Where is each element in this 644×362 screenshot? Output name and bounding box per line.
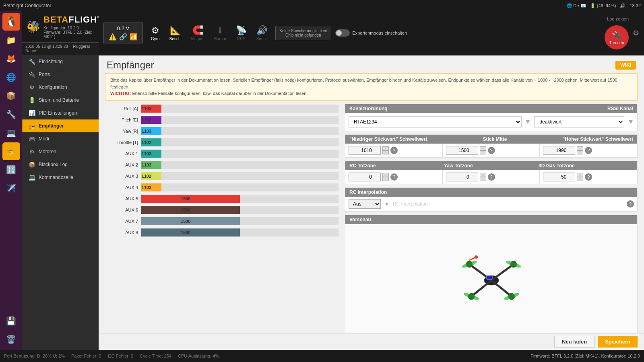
channel-value: 1102: [142, 174, 151, 179]
sensor-bar: 0.2 V ⚠️ 🔗 📶 ⚙Gyro📐Beschl🧲Magnet🌡Barom📡G…: [99, 11, 644, 56]
low-spin-down[interactable]: ▼: [382, 150, 389, 154]
rc-spin-up[interactable]: ▲: [382, 173, 389, 177]
connect-button[interactable]: 🔌 Trennen: [605, 25, 629, 49]
nav-item-einrichtung[interactable]: 🔧Einrichtung: [22, 55, 99, 68]
save-button[interactable]: Speichern: [598, 336, 638, 348]
rc-totzone-input[interactable]: [349, 173, 381, 181]
rc-help[interactable]: ?: [390, 173, 398, 181]
yaw-totzone-input[interactable]: [446, 173, 478, 181]
ubuntu-icon[interactable]: 🐧: [2, 13, 20, 31]
low-spin[interactable]: ▲ ▼: [382, 146, 389, 154]
sensor-gps[interactable]: 📡GPS: [232, 23, 251, 43]
nav-item-modi[interactable]: 🎮Modi: [22, 132, 99, 145]
svg-line-14: [469, 257, 475, 260]
interpolation-select[interactable]: Aus Standard Manuell: [349, 199, 381, 209]
kanal-select[interactable]: RTAE1234 TAER1234 AETR1234: [349, 116, 522, 128]
high-value-input[interactable]: [543, 146, 575, 155]
gas-totzone-title: 3D Gas Totzone: [539, 163, 633, 169]
files-icon[interactable]: 📁: [2, 31, 20, 49]
sensor-label-gps: GPS: [237, 37, 245, 41]
interp-dropdown-arrow: ▼: [384, 201, 390, 207]
yaw-totzone-spin[interactable]: ▲ ▼: [480, 173, 486, 181]
gas-totzone-input[interactable]: [543, 173, 575, 181]
gas-spin-down[interactable]: ▼: [577, 177, 583, 181]
high-help[interactable]: ?: [585, 147, 592, 154]
sensor-magnet[interactable]: 🧲Magnet: [187, 23, 208, 43]
low-value-input[interactable]: [349, 146, 381, 155]
channel-value: 1500: [181, 230, 190, 235]
nav-item-kommandozeile[interactable]: 💻Kommandozeile: [22, 171, 99, 184]
channel-row: Yaw [R] 1103: [105, 126, 339, 136]
cpu-status: CPU Auslastung: 4%: [178, 354, 219, 358]
sensor-beschl[interactable]: 📐Beschl: [165, 23, 186, 43]
nav-item-empfaenger[interactable]: 📻Empfänger: [22, 119, 99, 132]
rc-spin-down[interactable]: ▼: [382, 177, 389, 181]
mid-value-input[interactable]: [446, 146, 478, 155]
hdd-icon[interactable]: 💾: [2, 312, 20, 330]
yaw-spin-up[interactable]: ▲: [480, 173, 486, 177]
package-icon[interactable]: 📦: [2, 87, 20, 105]
nav-item-pid[interactable]: 📊PID Einstellungen: [22, 107, 99, 119]
nav-item-blackbox[interactable]: 📦Blackbox Log: [22, 158, 99, 171]
betaflight-icon[interactable]: 🚁: [2, 142, 20, 160]
channel-label: AUX 2: [105, 162, 141, 167]
high-spin-down[interactable]: ▼: [577, 150, 583, 154]
rc-totzone-spin[interactable]: ▲ ▼: [382, 173, 389, 181]
link-icon: 🔗: [119, 33, 127, 41]
mid-spin[interactable]: ▲ ▼: [480, 146, 486, 154]
channel-section: Roll [A] 1103 Pitch [E] 1102 Yaw [R] 110…: [105, 104, 339, 333]
expert-toggle[interactable]: Expertenmodus einschalten: [335, 29, 407, 37]
sensor-gyro[interactable]: ⚙Gyro: [147, 23, 164, 43]
calc-icon[interactable]: 🔢: [2, 161, 20, 179]
rssi-select[interactable]: deaktiviert AUX 1 AUX 2: [534, 116, 624, 128]
low-spin-up[interactable]: ▲: [382, 146, 389, 150]
sensor-sonar[interactable]: 🔊Sonar: [252, 23, 271, 43]
no-storage-text: Keine Speichermöglichkeit: [280, 29, 327, 33]
nav-item-motoren[interactable]: ⚙Motoren: [22, 145, 99, 158]
clock: 13:32: [630, 3, 641, 8]
trash-icon[interactable]: 🗑️: [2, 331, 20, 348]
wiki-button[interactable]: WIKI: [615, 61, 636, 70]
mid-spin-down[interactable]: ▼: [480, 150, 486, 154]
nav-item-ports[interactable]: 🔌Ports: [22, 68, 99, 81]
firefox-icon[interactable]: 🦊: [2, 50, 20, 68]
nav-item-konfiguration[interactable]: ⚙Konfiguration: [22, 81, 99, 94]
high-spin-up[interactable]: ▲: [577, 146, 583, 150]
channel-value: 1103: [142, 162, 151, 167]
totzone-fields: ▲ ▼ ? ▲: [345, 170, 637, 184]
channel-row: AUX 2 1103: [105, 160, 339, 170]
no-storage-panel: Keine Speichermöglichkeit Chip nicht gef…: [275, 26, 332, 40]
gear-icon[interactable]: ⚙: [633, 29, 639, 37]
yaw-spin-down[interactable]: ▼: [480, 177, 486, 181]
channel-row: AUX 4 1103: [105, 183, 339, 192]
stickwert-fields: ▲ ▼ ? ▲: [345, 144, 637, 157]
reload-button[interactable]: Neu laden: [554, 336, 594, 348]
nav-label-ports: Ports: [39, 72, 50, 77]
mid-help[interactable]: ?: [488, 147, 495, 154]
interp-help[interactable]: ?: [627, 200, 634, 208]
yaw-totzone-title: Yaw Totzone: [444, 163, 539, 169]
nav-item-strom[interactable]: 🔋Strom und Batterie: [22, 94, 99, 107]
channel-label: AUX 6: [105, 208, 141, 212]
low-help[interactable]: ?: [390, 147, 398, 154]
high-spin[interactable]: ▲ ▼: [577, 146, 583, 154]
mid-spin-up[interactable]: ▲: [480, 146, 486, 150]
nav-label-blackbox: Blackbox Log: [39, 162, 68, 167]
gas-help[interactable]: ?: [585, 173, 592, 181]
chromium-icon[interactable]: 🌐: [2, 68, 20, 86]
channel-bar-container: 1103: [141, 105, 339, 113]
low-field-group: ▲ ▼ ?: [345, 144, 443, 157]
gas-totzone-spin[interactable]: ▲ ▼: [577, 173, 583, 181]
terminal-icon[interactable]: 💻: [2, 124, 20, 142]
expert-switch[interactable]: [335, 29, 350, 37]
channel-label: Throttle [T]: [105, 140, 141, 145]
channel-label: AUX 8: [105, 230, 141, 235]
channel-bar-container: 1102: [141, 116, 339, 124]
log-link[interactable]: Log zeigen: [607, 16, 629, 21]
settings-icon[interactable]: 🔧: [2, 105, 20, 123]
drone-icon[interactable]: ✈️: [2, 179, 20, 197]
yaw-help[interactable]: ?: [488, 173, 495, 181]
gas-spin-up[interactable]: ▲: [577, 173, 583, 177]
interpolation-section: RC Interpolation Aus Standard Manuell ▼ …: [345, 187, 638, 212]
sensor-barom[interactable]: 🌡Barom: [210, 23, 230, 43]
